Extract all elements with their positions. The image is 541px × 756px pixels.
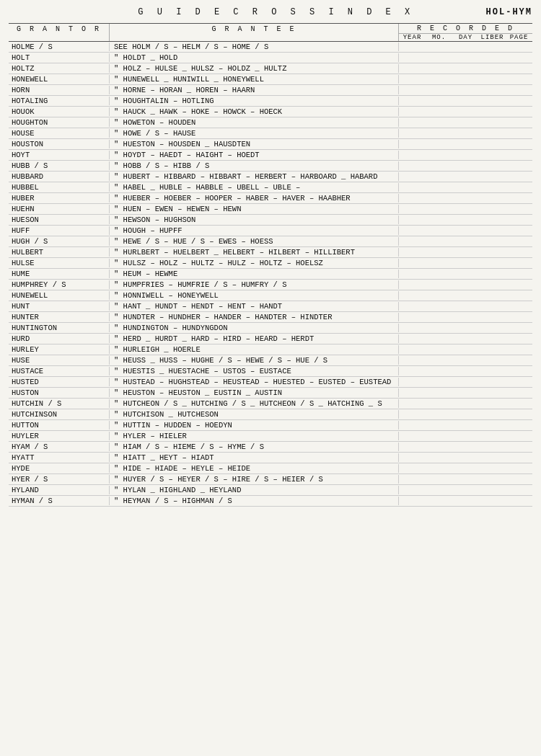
grantee-cell: " HUEN – EWEN – HEWEN – HEWN bbox=[110, 205, 399, 213]
grantee-cell: " HOUGHTALIN – HOTLING bbox=[110, 97, 399, 105]
grantor-cell: HUSTACE bbox=[9, 367, 110, 375]
grantor-cell: HURD bbox=[9, 334, 110, 343]
grantor-cell: HURLEY bbox=[9, 345, 110, 354]
grantor-cell: HYDE bbox=[9, 464, 110, 473]
grantor-cell: HUTCHINSON bbox=[9, 410, 110, 419]
grantee-cell: " HORNE – HORAN _ HOREN – HAARN bbox=[110, 86, 399, 94]
grantee-cell: " HOWETON – HOUDEN bbox=[110, 118, 399, 127]
grantor-cell: HOUOK bbox=[9, 107, 110, 116]
grantee-cell: " HOLZ – HULSE _ HULSZ – HOLDZ _ HULTZ bbox=[110, 64, 399, 73]
grantor-cell: HOTALING bbox=[9, 97, 110, 105]
grantee-cell: " HUESTIS _ HUESTACHE – USTOS – EUSTACE bbox=[110, 367, 399, 375]
grantee-cell: " HEWE / S – HUE / S – EWES – HOESS bbox=[110, 237, 399, 246]
table-row: HUSTON" HEUSTON – HEUSTON _ EUSTIN _ AUS… bbox=[9, 388, 532, 399]
grantee-cell: " HONNIWELL – HONEYWELL bbox=[110, 291, 399, 300]
table-row: HONEWELL" HUNEWELL _ HUNIWILL _ HONEYWEL… bbox=[9, 74, 532, 85]
table-row: HUFF" HOUGH – HUPFF bbox=[9, 226, 532, 236]
grantor-cell: HUSE bbox=[9, 356, 110, 365]
grantor-cell: HYATT bbox=[9, 453, 110, 462]
grantee-cell: " HIATT _ HEYT – HIADT bbox=[110, 453, 399, 462]
table-row: HOUSTON" HUESTON – HOUSDEN _ HAUSDTEN bbox=[9, 139, 532, 150]
recorded-header: R E C O R D E D bbox=[399, 24, 532, 34]
grantee-cell: " HUSTEAD – HUGHSTEAD – HEUSTEAD – HUEST… bbox=[110, 378, 399, 386]
grantee-cell: " HANT _ HUNDT – HENDT – HENT – HANDT bbox=[110, 302, 399, 311]
grantee-cell: " HUTCHISON _ HUTCHESON bbox=[110, 410, 399, 419]
table-row: HYMAN / S" HEYMAN / S – HIGHMAN / S bbox=[9, 496, 532, 507]
table-row: HYDE" HIDE – HIADE – HEYLE – HEIDE bbox=[9, 463, 532, 474]
col-grantor-header: G R A N T O R bbox=[9, 24, 110, 41]
table-row: HUNT" HANT _ HUNDT – HENDT – HENT – HAND… bbox=[9, 301, 532, 312]
grantee-cell: " HEUM – HEWME bbox=[110, 270, 399, 278]
grantor-cell: HOUSTON bbox=[9, 140, 110, 148]
table-row: HOTALING" HOUGHTALIN – HOTLING bbox=[9, 96, 532, 107]
grantee-cell: " HIDE – HIADE – HEYLE – HEIDE bbox=[110, 464, 399, 473]
data-table: HOLME / SSEE HOLM / S – HELM / S – HOME … bbox=[9, 42, 532, 507]
grantee-cell: " HUESTON – HOUSDEN _ HAUSDTEN bbox=[110, 140, 399, 148]
col-recorded-area: R E C O R D E D YEAR MO. DAY LIBER PAGE bbox=[399, 24, 532, 41]
grantor-cell: HUTTON bbox=[9, 421, 110, 430]
table-row: HOUSE" HOWE / S – HAUSE bbox=[9, 128, 532, 139]
table-row: HOUOK" HAUCK _ HAWK – HOKE – HOWCK – HOE… bbox=[9, 107, 532, 117]
table-row: HUSTACE" HUESTIS _ HUESTACHE – USTOS – E… bbox=[9, 366, 532, 377]
grantee-cell: " HABEL _ HUBLE – HABBLE – UBELL – UBLE … bbox=[110, 183, 399, 192]
grantor-cell: HUGH / S bbox=[9, 237, 110, 246]
liber-header: LIBER bbox=[479, 34, 506, 41]
grantor-cell: HUSTON bbox=[9, 388, 110, 397]
col-grantee-header: G R A N T E E bbox=[110, 24, 399, 41]
grantor-cell: HYAM / S bbox=[9, 443, 110, 451]
page-header: G U I D E C R O S S I N D E X HOL-HYM bbox=[9, 7, 532, 19]
grantor-cell: HUME bbox=[9, 270, 110, 278]
table-row: HUMPHREY / S" HUMPFRIES – HUMFRIE / S – … bbox=[9, 280, 532, 290]
table-row: HULBERT" HURLBERT – HUELBERT _ HELBERT –… bbox=[9, 247, 532, 258]
grantor-cell: HUEHN bbox=[9, 205, 110, 213]
grantee-cell: " HURLEIGH _ HOERLE bbox=[110, 345, 399, 354]
grantee-cell: " HOWE / S – HAUSE bbox=[110, 129, 399, 138]
grantor-cell: HUESON bbox=[9, 215, 110, 224]
grantor-cell: HUSTED bbox=[9, 378, 110, 386]
grantee-cell: " HUBERT – HIBBARD – HIBBART – HERBERT –… bbox=[110, 172, 399, 181]
grantor-cell: HORN bbox=[9, 86, 110, 94]
page: G U I D E C R O S S I N D E X HOL-HYM G … bbox=[0, 0, 541, 756]
table-row: HOLT" HOLDT _ HOLD bbox=[9, 53, 532, 63]
table-row: HYER / S" HUYER / S – HEYER / S – HIRE /… bbox=[9, 474, 532, 485]
table-row: HUME" HEUM – HEWME bbox=[9, 269, 532, 280]
grantee-cell: " HUTCHEON / S _ HUTCHING / S _ HUTCHEON… bbox=[110, 399, 399, 408]
grantor-cell: HOLME / S bbox=[9, 43, 110, 51]
grantor-cell: HUNTER bbox=[9, 313, 110, 321]
grantee-cell: " HERD _ HURDT _ HARD – HIRD – HEARD – H… bbox=[110, 334, 399, 343]
table-row: HURLEY" HURLEIGH _ HOERLE bbox=[9, 344, 532, 355]
table-row: HUBER" HUEBER – HOEBER – HOOPER – HABER … bbox=[9, 193, 532, 204]
table-row: HUYLER" HYLER – HIELER bbox=[9, 431, 532, 442]
grantee-cell: " HIAM / S – HIEME / S – HYME / S bbox=[110, 443, 399, 451]
grantee-cell: " HAUCK _ HAWK – HOKE – HOWCK – HOECK bbox=[110, 107, 399, 116]
table-row: HURD" HERD _ HURDT _ HARD – HIRD – HEARD… bbox=[9, 334, 532, 344]
page-header-col: PAGE bbox=[506, 34, 532, 41]
table-row: HOUGHTON" HOWETON – HOUDEN bbox=[9, 117, 532, 128]
grantee-cell: " HUNDTER – HUNDHER – HANDER – HANDTER –… bbox=[110, 313, 399, 321]
grantor-cell: HUBER bbox=[9, 194, 110, 203]
grantee-cell: " HOUGH – HUPFF bbox=[110, 226, 399, 235]
grantee-cell: " HEUSTON – HEUSTON _ EUSTIN _ AUSTIN bbox=[110, 388, 399, 397]
grantor-cell: HUTCHIN / S bbox=[9, 399, 110, 408]
table-row: HOLME / SSEE HOLM / S – HELM / S – HOME … bbox=[9, 42, 532, 53]
grantee-cell: " HEWSON – HUGHSON bbox=[110, 215, 399, 224]
table-row: HOYT" HOYDT – HAEDT – HAIGHT – HOEDT bbox=[9, 150, 532, 161]
table-row: HUEHN" HUEN – EWEN – HEWEN – HEWN bbox=[9, 204, 532, 215]
grantee-cell: " HOBB / S – HIBB / S bbox=[110, 161, 399, 170]
column-header-bar: G R A N T O R G R A N T E E R E C O R D … bbox=[9, 23, 532, 42]
mo-header: MO. bbox=[426, 34, 452, 41]
grantee-cell: " HEYMAN / S – HIGHMAN / S bbox=[110, 497, 399, 505]
grantee-cell: " HOYDT – HAEDT – HAIGHT – HOEDT bbox=[110, 151, 399, 159]
table-row: HUSTED" HUSTEAD – HUGHSTEAD – HEUSTEAD –… bbox=[9, 377, 532, 388]
grantor-cell: HUNT bbox=[9, 302, 110, 311]
table-row: HUNEWELL" HONNIWELL – HONEYWELL bbox=[9, 290, 532, 301]
grantee-cell: " HUTTIN – HUDDEN – HOEDYN bbox=[110, 421, 399, 430]
grantor-cell: HULBERT bbox=[9, 248, 110, 257]
day-header: DAY bbox=[452, 34, 479, 41]
table-row: HUTCHIN / S" HUTCHEON / S _ HUTCHING / S… bbox=[9, 399, 532, 409]
table-row: HULSE" HULSZ – HOLZ – HULTZ – HULZ – HOL… bbox=[9, 258, 532, 269]
table-row: HUBB / S" HOBB / S – HIBB / S bbox=[9, 161, 532, 172]
grantor-cell: HYER / S bbox=[9, 475, 110, 484]
grantee-cell: " HURLBERT – HUELBERT _ HELBERT – HILBER… bbox=[110, 248, 399, 257]
grantor-cell: HONEWELL bbox=[9, 75, 110, 84]
